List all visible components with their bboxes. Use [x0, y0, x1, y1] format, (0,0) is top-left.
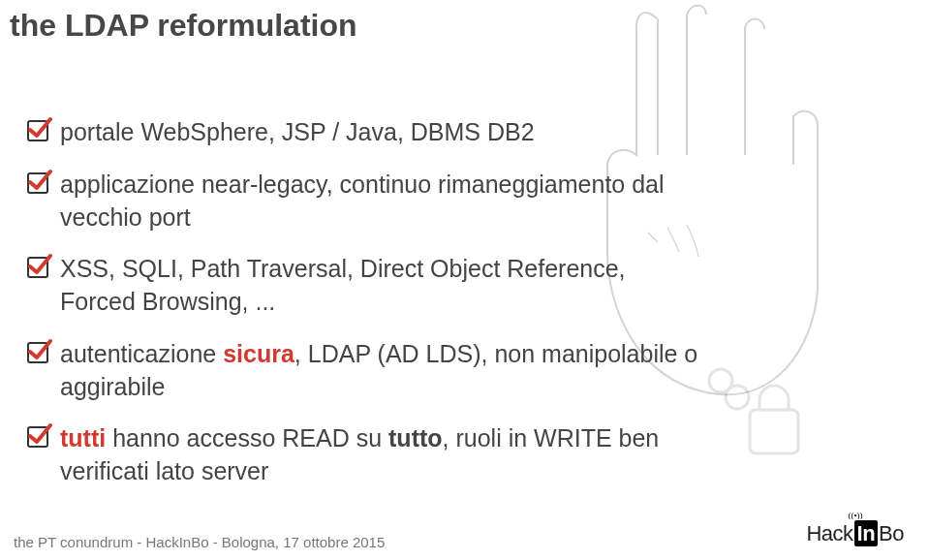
- svg-point-0: [709, 369, 732, 392]
- svg-rect-2: [750, 410, 798, 453]
- slide-title: the LDAP reformulation: [10, 8, 357, 44]
- logo-in: In: [854, 520, 879, 546]
- bullet-row: portale WebSphere, JSP / Java, DBMS DB2: [27, 116, 705, 149]
- lock-illustration: [697, 357, 813, 473]
- svg-text:((•)): ((•)): [848, 512, 862, 519]
- bullet-text: autenticazione sicura, LDAP (AD LDS), no…: [60, 338, 705, 404]
- logo-hack: Hack: [806, 521, 852, 545]
- checkbox-icon: [27, 172, 48, 194]
- bullet-row: XSS, SQLI, Path Traversal, Direct Object…: [27, 253, 705, 319]
- bullet-row: tutti hanno accesso READ su tutto, ruoli…: [27, 422, 705, 488]
- checkbox-icon: [27, 257, 48, 278]
- bullet-text: XSS, SQLI, Path Traversal, Direct Object…: [60, 253, 705, 319]
- bullet-row: applicazione near-legacy, continuo riman…: [27, 169, 705, 234]
- checkbox-icon: [27, 426, 48, 448]
- checkbox-icon: [27, 342, 48, 363]
- wifi-icon: ((•)): [840, 512, 871, 519]
- bullet-text: applicazione near-legacy, continuo riman…: [60, 169, 705, 234]
- bullet-row: autenticazione sicura, LDAP (AD LDS), no…: [27, 338, 705, 404]
- bullet-list: portale WebSphere, JSP / Java, DBMS DB2a…: [27, 116, 705, 508]
- slide: the LDAP reformulation portale WebSphere…: [0, 0, 929, 560]
- logo-text: HackInBo: [806, 521, 904, 546]
- footer-text: the PT conundrum - HackInBo - Bologna, 1…: [14, 534, 385, 550]
- svg-point-1: [726, 386, 749, 409]
- logo-bo: Bo: [879, 521, 904, 545]
- bullet-text: portale WebSphere, JSP / Java, DBMS DB2: [60, 116, 535, 149]
- event-logo: ((•)) HackInBo: [806, 512, 904, 546]
- bullet-text: tutti hanno accesso READ su tutto, ruoli…: [60, 422, 705, 488]
- checkbox-icon: [27, 120, 48, 141]
